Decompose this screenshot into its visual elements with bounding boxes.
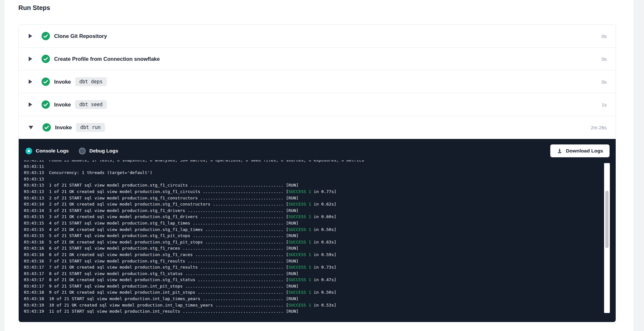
debug-logs-label[interactable]: Debug Logs <box>89 148 118 154</box>
log-line: 03:43:17 8 of 21 START sql view model pr… <box>24 271 596 277</box>
log-line: 03:43:18 9 of 21 OK created sql view mod… <box>24 289 596 296</box>
log-line: 03:43:13 1 of 21 OK created sql view mod… <box>24 188 596 195</box>
success-check-icon <box>42 55 50 63</box>
step-invoke-dbt-run[interactable]: Invoke dbt run 2m 26s <box>19 116 616 139</box>
step-command-badge: dbt run <box>76 123 105 132</box>
scrollbar-thumb[interactable] <box>605 191 609 248</box>
console-logs-radio[interactable]: Console Logs <box>25 148 69 154</box>
caret-down-icon[interactable] <box>29 126 33 129</box>
log-line: 03:43:13 Concurrency: 1 threads (target=… <box>24 170 596 176</box>
console-header: Console Logs Debug Logs Download Logs <box>19 139 616 157</box>
step-label: Invoke <box>54 102 71 108</box>
debug-logs-radio[interactable]: Debug Logs <box>79 148 118 154</box>
caret-right-icon[interactable] <box>29 34 32 38</box>
success-check-icon <box>42 100 50 109</box>
step-label: Clone Git Repository <box>54 33 107 39</box>
page-title: Run Steps <box>18 4 50 12</box>
success-check-icon <box>42 78 50 86</box>
run-steps-card: Clone Git Repository 0s Create Profile f… <box>18 24 616 322</box>
caret-right-icon[interactable] <box>29 79 32 84</box>
step-create-profile[interactable]: Create Profile from Connection snowflake… <box>19 48 616 70</box>
log-line: 03:43:11 Found 21 models, 17 tests, 0 sn… <box>24 160 596 163</box>
caret-right-icon[interactable] <box>29 102 32 107</box>
step-invoke-dbt-seed[interactable]: Invoke dbt seed 1s <box>19 93 616 116</box>
log-line: 03:43:11 <box>24 163 596 170</box>
step-duration: 1s <box>601 102 607 107</box>
log-line: 03:43:16 6 of 21 OK created sql view mod… <box>24 252 596 258</box>
log-line: 03:43:17 8 of 21 OK created sql view mod… <box>24 277 596 283</box>
step-command-badge: dbt deps <box>75 77 107 86</box>
log-line: 03:43:13 <box>24 176 596 182</box>
log-line: 03:43:15 4 of 21 OK created sql view mod… <box>24 226 596 233</box>
radio-selected-icon[interactable] <box>25 148 32 154</box>
log-line: 03:43:18 10 of 21 START sql view model p… <box>24 296 596 302</box>
log-line: 03:43:13 2 of 21 START sql view model pr… <box>24 195 596 201</box>
step-invoke-dbt-deps[interactable]: Invoke dbt deps 0s <box>19 70 616 93</box>
step-command-badge: dbt seed <box>75 100 107 109</box>
log-line: 03:43:16 5 of 21 OK created sql view mod… <box>24 239 596 245</box>
page-right-gutter <box>633 0 644 331</box>
log-line: 03:43:14 2 of 21 OK created sql view mod… <box>24 201 596 207</box>
log-line: 03:43:14 3 of 21 START sql view model pr… <box>24 207 596 214</box>
log-line: 03:43:15 4 of 21 START sql view model pr… <box>24 220 596 226</box>
download-logs-button[interactable]: Download Logs <box>550 144 610 157</box>
log-line: 03:43:16 7 of 21 START sql view model pr… <box>24 258 596 264</box>
step-clone-git-repository[interactable]: Clone Git Repository 0s <box>19 25 616 48</box>
download-logs-label: Download Logs <box>566 148 603 154</box>
console-log-output: 03:43:11 Found 21 models, 17 tests, 0 sn… <box>24 160 596 319</box>
step-label: Invoke <box>55 124 72 131</box>
caret-right-icon[interactable] <box>29 57 32 61</box>
console-panel: Console Logs Debug Logs Download Logs 03… <box>19 139 616 322</box>
scrollbar-track[interactable] <box>604 163 610 313</box>
console-logs-label[interactable]: Console Logs <box>36 148 69 154</box>
step-duration: 0s <box>601 33 607 39</box>
step-duration: 0s <box>601 79 607 85</box>
log-line: 03:43:17 7 of 21 OK created sql view mod… <box>24 264 596 271</box>
log-line: 03:43:19 11 of 21 START sql view model p… <box>24 308 596 315</box>
step-duration: 2m 26s <box>591 125 607 130</box>
step-duration: 0s <box>601 56 607 62</box>
log-line: 03:43:13 1 of 21 START sql view model pr… <box>24 182 596 188</box>
log-line: 03:43:16 6 of 21 START sql view model pr… <box>24 245 596 252</box>
page-left-gutter <box>0 0 5 331</box>
download-icon <box>557 148 563 154</box>
step-label: Invoke <box>54 79 71 85</box>
log-line: 03:43:19 10 of 21 OK created sql view mo… <box>24 302 596 308</box>
step-label: Create Profile from Connection snowflake <box>54 56 160 62</box>
radio-unselected-icon[interactable] <box>79 148 86 154</box>
log-line: 03:43:17 9 of 21 START sql view model pr… <box>24 283 596 290</box>
success-check-icon <box>42 32 50 40</box>
log-line: 03:43:15 5 of 21 START sql view model pr… <box>24 233 596 239</box>
success-check-icon <box>43 123 51 132</box>
log-line: 03:43:15 3 of 21 OK created sql view mod… <box>24 214 596 220</box>
